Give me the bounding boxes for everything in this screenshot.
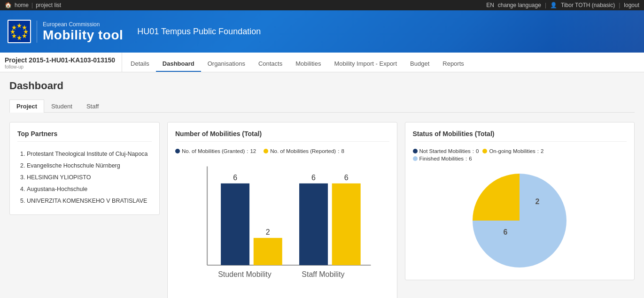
list-item: HELSINGIN YLIOPISTO xyxy=(27,172,152,183)
student-granted-label: 6 xyxy=(233,173,237,181)
student-mobility-label: Student Mobility xyxy=(218,270,272,278)
change-language-link[interactable]: change language xyxy=(498,2,541,8)
list-item: Evangelische Hochschule Nürnberg xyxy=(27,160,152,172)
sub-tabs: Project Student Staff xyxy=(9,99,635,113)
tab-contacts[interactable]: Contacts xyxy=(252,56,289,72)
partners-list: Protestant Theological Institute of Cluj… xyxy=(17,148,152,207)
list-item: Augustana-Hochschule xyxy=(27,183,152,195)
project-list-link[interactable]: project list xyxy=(36,2,61,8)
sub-tab-project[interactable]: Project xyxy=(9,99,44,113)
header-logo: European Commission Mobility tool xyxy=(8,20,123,43)
student-reported-bar xyxy=(254,238,282,265)
sub-tab-student[interactable]: Student xyxy=(44,99,79,113)
staff-granted-label: 6 xyxy=(311,173,316,181)
reported-label: No. of Mobilities (Reported) xyxy=(270,148,336,154)
finished-legend: Finished Mobilities : 6 xyxy=(413,156,472,161)
mobilities-card: Number of Mobilities (Total) No. of Mobi… xyxy=(167,122,397,298)
finished-label: Finished Mobilities xyxy=(419,156,464,161)
legend-granted: No. of Mobilities (Granted) : 12 xyxy=(175,148,256,154)
separator-3: | xyxy=(619,2,620,8)
list-item: Protestant Theological Institute of Cluj… xyxy=(27,148,152,160)
status-title: Status of Mobilities (Total) xyxy=(413,130,627,142)
reported-separator: : xyxy=(338,148,339,154)
separator-2: | xyxy=(545,2,546,8)
mobilities-title: Number of Mobilities (Total) xyxy=(175,130,389,142)
list-item: UNIVERZITA KOMENSKEHO V BRATISLAVE xyxy=(27,195,152,207)
top-nav-right: EN change language | 👤 Tibor TOTH (nabas… xyxy=(486,2,639,8)
logout-link[interactable]: logout xyxy=(624,2,639,8)
student-granted-bar xyxy=(221,183,249,265)
tab-mobility-import-export[interactable]: Mobility Import - Export xyxy=(327,56,403,72)
project-navigation: Project 2015-1-HU01-KA103-013150 follow-… xyxy=(0,53,644,72)
finished-value: 6 xyxy=(469,156,472,161)
pie-legend: Not Started Mobilities : 0 On-going Mobi… xyxy=(413,148,627,161)
tab-details[interactable]: Details xyxy=(124,56,156,72)
granted-dot xyxy=(175,149,180,153)
header-subtitle: European Commission xyxy=(43,21,100,28)
pie-legend-row-2: Finished Mobilities : 6 xyxy=(413,156,627,161)
staff-reported-label: 6 xyxy=(344,173,349,181)
ongoing-legend: On-going Mobilities : 2 xyxy=(482,148,543,154)
bar-chart: 6 2 6 6 Student Mobility Staff Mobility xyxy=(180,160,385,296)
reported-dot xyxy=(264,149,268,153)
pie-chart: 6 2 xyxy=(468,169,571,272)
staff-granted-bar xyxy=(299,183,328,265)
top-nav-left: 🏠 home | project list xyxy=(5,2,61,8)
follow-up-label: follow-up xyxy=(5,64,115,70)
bar-chart-wrapper: 6 2 6 6 Student Mobility Staff Mobility xyxy=(175,160,389,297)
top-navigation: 🏠 home | project list EN change language… xyxy=(0,0,644,10)
legend-reported: No. of Mobilities (Reported) : 8 xyxy=(264,148,344,154)
home-icon: 🏠 xyxy=(5,2,12,8)
user-profile-link[interactable]: Tibor TOTH (nabasic) xyxy=(561,2,615,8)
ongoing-dot xyxy=(482,149,487,153)
ongoing-pie-value: 2 xyxy=(535,198,540,206)
ongoing-slice xyxy=(473,174,520,221)
finished-dot xyxy=(413,156,418,161)
eu-flag-icon xyxy=(8,20,31,43)
main-content: Dashboard Project Student Staff Top Part… xyxy=(0,72,644,298)
not-started-value: 0 xyxy=(476,148,479,154)
granted-separator: : xyxy=(247,148,248,154)
lang-label: EN xyxy=(486,2,494,8)
staff-mobility-label: Staff Mobility xyxy=(302,270,344,278)
staff-reported-bar xyxy=(332,183,361,265)
header-title-block: European Commission Mobility tool xyxy=(37,21,123,43)
header-project-name: HU01 Tempus Public Foundation xyxy=(137,27,261,37)
not-started-label: Not Started Mobilities xyxy=(419,148,471,154)
header-main-title: Mobility tool xyxy=(43,28,123,43)
tab-reports[interactable]: Reports xyxy=(436,56,471,72)
page-title: Dashboard xyxy=(9,80,635,92)
status-card: Status of Mobilities (Total) Not Started… xyxy=(405,122,635,280)
project-id: Project 2015-1-HU01-KA103-013150 follow-… xyxy=(5,53,122,72)
sub-tab-staff[interactable]: Staff xyxy=(79,99,106,113)
ongoing-value: 2 xyxy=(541,148,543,154)
not-started-dot xyxy=(413,149,418,153)
reported-value: 8 xyxy=(341,148,344,154)
tab-organisations[interactable]: Organisations xyxy=(201,56,252,72)
dashboard-grid: Top Partners Protestant Theological Inst… xyxy=(9,122,635,298)
ongoing-label: On-going Mobilities xyxy=(489,148,535,154)
separator-1: | xyxy=(31,2,33,8)
finished-pie-value: 6 xyxy=(504,228,508,236)
not-started-legend: Not Started Mobilities : 0 xyxy=(413,148,479,154)
top-partners-title: Top Partners xyxy=(17,130,152,142)
tab-mobilities[interactable]: Mobilities xyxy=(289,56,327,72)
granted-value: 12 xyxy=(250,148,256,154)
header-building-decoration xyxy=(550,10,644,53)
tab-dashboard[interactable]: Dashboard xyxy=(156,56,201,72)
user-icon: 👤 xyxy=(550,2,557,8)
page-header: European Commission Mobility tool HU01 T… xyxy=(0,10,644,53)
pie-chart-container: 6 2 xyxy=(413,169,627,272)
top-partners-card: Top Partners Protestant Theological Inst… xyxy=(9,122,160,215)
pie-legend-row-1: Not Started Mobilities : 0 On-going Mobi… xyxy=(413,148,627,154)
tab-budget[interactable]: Budget xyxy=(403,56,436,72)
granted-label: No. of Mobilities (Granted) xyxy=(182,148,245,154)
home-link[interactable]: home xyxy=(15,2,29,8)
student-reported-label: 2 xyxy=(266,228,270,236)
mobilities-legend: No. of Mobilities (Granted) : 12 No. of … xyxy=(175,148,389,154)
